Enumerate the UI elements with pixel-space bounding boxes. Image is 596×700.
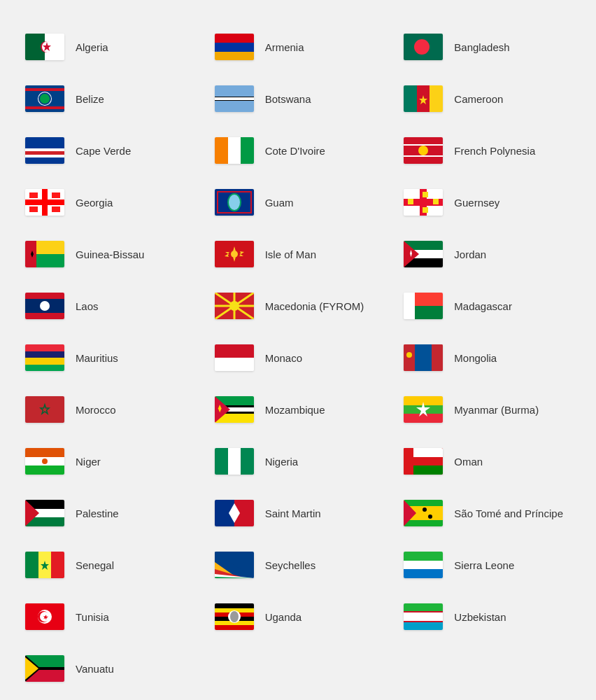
list-item[interactable]: Tunisia (14, 591, 204, 643)
svg-rect-111 (228, 448, 241, 475)
list-item[interactable]: French Polynesia (392, 125, 582, 176)
list-item[interactable]: Cameroon (392, 73, 582, 125)
country-name: Nigeria (265, 456, 299, 468)
svg-rect-24 (25, 151, 64, 155)
list-item[interactable]: Bangladesh (392, 21, 582, 73)
list-item[interactable]: Armenia (204, 21, 393, 73)
svg-rect-83 (25, 344, 64, 351)
country-name: Bangladesh (454, 41, 509, 53)
list-item[interactable]: Vanuatu (14, 643, 204, 694)
list-item[interactable]: Mongolia (392, 332, 582, 384)
list-item[interactable]: Jordan (392, 228, 582, 280)
flag-ci (215, 137, 254, 164)
flag-mg (404, 293, 443, 319)
flag-bw (215, 85, 254, 112)
svg-rect-56 (36, 254, 64, 267)
flag-gu (215, 189, 254, 216)
flag-am (215, 34, 254, 60)
country-name: Cameroon (454, 93, 503, 105)
svg-rect-160 (404, 612, 443, 621)
country-name: Algeria (76, 41, 108, 53)
flag-mc (215, 344, 254, 371)
list-item[interactable]: Palestine (14, 487, 204, 539)
list-item[interactable]: Nigeria (204, 435, 393, 487)
flag-mf (215, 500, 254, 526)
svg-rect-55 (36, 241, 64, 254)
list-item[interactable]: Guinea-Bissau (14, 228, 204, 280)
flag-bz (25, 85, 64, 112)
flag-st (404, 500, 443, 526)
list-item[interactable]: Georgia (14, 176, 204, 228)
svg-point-130 (428, 514, 432, 519)
list-item[interactable]: Mozambique (204, 384, 393, 435)
list-item[interactable]: Oman (392, 435, 582, 487)
list-item[interactable]: Botswana (204, 73, 393, 125)
country-name: Mozambique (265, 404, 325, 416)
list-item[interactable]: Isle of Man (204, 228, 393, 280)
country-name: Macedonia (FYROM) (265, 300, 364, 312)
flag-mn (404, 344, 443, 371)
svg-rect-86 (25, 365, 64, 371)
list-item[interactable]: Senegal (14, 539, 204, 591)
list-item[interactable]: Niger (14, 435, 204, 487)
svg-rect-19 (404, 85, 417, 112)
svg-rect-162 (404, 611, 443, 612)
list-item[interactable]: Guam (204, 176, 393, 228)
list-item[interactable]: São Tomé and Príncipe (392, 487, 582, 539)
list-item[interactable]: Myanmar (Burma) (392, 384, 582, 435)
list-item[interactable]: Cape Verde (14, 125, 204, 176)
list-item[interactable]: Macedonia (FYROM) (204, 280, 393, 332)
country-grid: Algeria Armenia Bangladesh Belize Botswa… (14, 21, 582, 694)
svg-rect-28 (215, 137, 228, 164)
list-item[interactable]: Madagascar (392, 280, 582, 332)
list-item[interactable]: Belize (14, 73, 204, 125)
list-item[interactable]: Seychelles (204, 539, 393, 591)
list-item[interactable]: Uzbekistan (392, 591, 582, 643)
list-item[interactable]: Cote D'Ivoire (204, 125, 393, 176)
svg-point-109 (42, 458, 48, 464)
svg-rect-90 (415, 344, 432, 371)
country-name: Myanmar (Burma) (454, 404, 539, 416)
svg-rect-118 (404, 448, 413, 475)
country-name: Mongolia (454, 352, 497, 364)
svg-point-158 (230, 611, 239, 622)
list-item[interactable]: Mauritius (14, 332, 204, 384)
svg-rect-38 (29, 192, 38, 198)
svg-rect-7 (215, 52, 254, 60)
svg-rect-112 (241, 448, 254, 475)
list-item[interactable]: Algeria (14, 21, 204, 73)
svg-rect-25 (25, 148, 64, 151)
list-item[interactable]: Monaco (204, 332, 393, 384)
svg-rect-131 (25, 552, 38, 578)
svg-rect-53 (433, 199, 439, 204)
flag-bd (404, 34, 443, 60)
list-item[interactable]: Guernsey (392, 176, 582, 228)
svg-rect-29 (228, 137, 241, 164)
country-name: Saint Martin (265, 507, 321, 519)
svg-point-15 (40, 94, 50, 104)
svg-rect-94 (25, 396, 64, 423)
svg-rect-145 (404, 569, 443, 578)
svg-rect-40 (29, 206, 38, 212)
list-item[interactable]: Morocco (14, 384, 204, 435)
svg-point-46 (229, 195, 240, 210)
list-item[interactable]: Saint Martin (204, 487, 393, 539)
flag-dz (25, 34, 64, 60)
flag-gg (404, 189, 443, 216)
svg-rect-116 (413, 457, 443, 465)
svg-rect-18 (215, 97, 254, 100)
country-name: Guinea-Bissau (76, 248, 144, 260)
list-item[interactable]: Uganda (204, 591, 393, 643)
flag-om (404, 448, 443, 475)
svg-point-129 (423, 507, 427, 512)
svg-rect-115 (413, 448, 443, 457)
country-name: Monaco (265, 352, 302, 364)
svg-rect-30 (241, 137, 254, 164)
list-item[interactable]: Sierra Leone (392, 539, 582, 591)
flag-ps (25, 500, 64, 526)
svg-point-73 (40, 301, 50, 311)
svg-point-9 (414, 39, 430, 55)
country-name: Seychelles (265, 559, 316, 571)
country-name: French Polynesia (454, 145, 535, 157)
list-item[interactable]: Laos (14, 280, 204, 332)
